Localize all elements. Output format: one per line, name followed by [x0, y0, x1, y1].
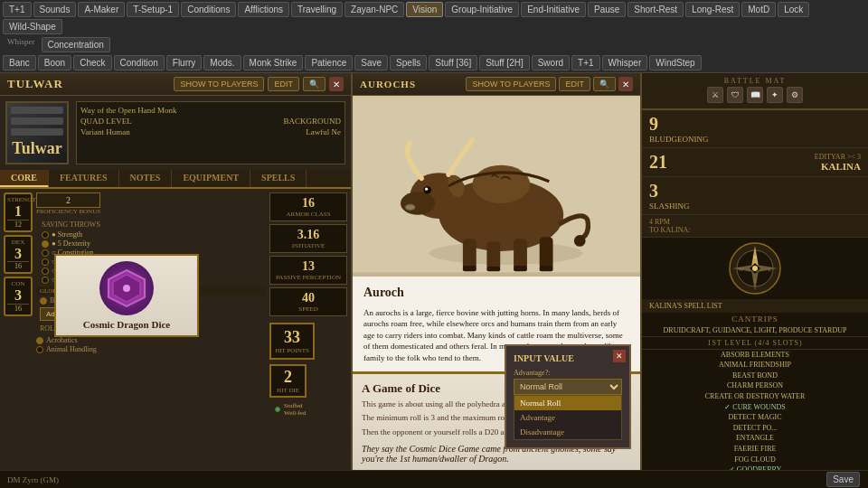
nav-conditions[interactable]: Conditions — [181, 2, 236, 17]
strength-stat[interactable]: STRENGTH 1 12 — [4, 192, 33, 232]
nav-tsetup[interactable]: T-Setup-1 — [127, 2, 179, 17]
constitution-stat[interactable]: CON 3 16 — [4, 277, 33, 316]
nav-pause[interactable]: Pause — [588, 2, 626, 17]
prof-bonus-value: 2 — [36, 192, 100, 208]
nav-lock[interactable]: Lock — [778, 2, 809, 17]
show-to-players-btn[interactable]: SHOW TO PLAYERS — [174, 77, 264, 91]
hit-die-box[interactable]: 2 HIT DIE — [269, 364, 307, 398]
nav-save[interactable]: Save — [354, 55, 388, 70]
tab-features[interactable]: FEATURES — [49, 170, 119, 187]
hp-box[interactable]: 33 HIT POINTS — [269, 323, 315, 360]
nav-zayan[interactable]: Zayan-NPC — [344, 2, 404, 17]
show-creature-btn[interactable]: SHOW TO PLAYERS — [466, 77, 556, 91]
passive-perception-box[interactable]: 13 PASSIVE PERCEPTION — [269, 256, 347, 285]
nav-sounds[interactable]: Sounds — [33, 2, 77, 17]
svg-point-10 — [425, 188, 428, 191]
icon-2[interactable]: 🛡 — [727, 87, 743, 103]
speed-label: SPEED — [276, 305, 341, 313]
passive-perception-label: PASSIVE PERCEPTION — [276, 274, 341, 281]
nav-stuff2h[interactable]: Stuff [2H] — [479, 55, 530, 70]
close-left-panel-btn[interactable]: ✕ — [329, 77, 344, 91]
nav-afflictions[interactable]: Afflictions — [238, 2, 289, 17]
nav-short-rest[interactable]: Short-Rest — [627, 2, 684, 17]
armor-class-box[interactable]: 16 ARMOR CLASS — [269, 192, 347, 221]
nav-stuff36[interactable]: Stuff [36] — [429, 55, 477, 70]
svg-rect-18 — [486, 267, 500, 271]
save-label-dex: ● 5 Dexterity — [52, 239, 90, 248]
advantage-select[interactable]: Normal Roll — [514, 379, 622, 395]
nav-mods[interactable]: Mods. — [203, 55, 241, 70]
search-creature-btn[interactable]: 🔍 — [593, 77, 616, 91]
tab-core[interactable]: CORE — [0, 170, 49, 187]
svg-rect-14 — [486, 241, 500, 270]
nav-end-initiative[interactable]: End-Initiative — [521, 2, 586, 17]
bludgeoning-number: 9 — [649, 114, 658, 134]
nav-banc[interactable]: Banc — [3, 55, 36, 70]
creature-title: AUROCHS — [360, 79, 416, 89]
nav-whisper[interactable]: Whisper — [602, 55, 648, 70]
icon-5[interactable]: ⚙ — [787, 87, 803, 103]
prof-bonus-box: 2 PROFICIENCY BONUS — [36, 192, 100, 215]
save-btn[interactable]: Save — [826, 472, 860, 487]
nav-spells[interactable]: Spells — [390, 55, 427, 70]
hit-die-value: 2 — [277, 368, 299, 387]
nav-amaker[interactable]: A-Maker — [78, 2, 125, 17]
nav-condition[interactable]: Condition — [114, 55, 165, 70]
race-row: Variant Human Lawful Ne — [80, 127, 341, 136]
portrait-name: Tulwar — [11, 139, 63, 158]
kalina-info: EDITYAR >< 3 KALINA — [815, 153, 861, 172]
icon-1[interactable]: ⚔ — [707, 87, 723, 103]
option-advantage[interactable]: Advantage — [514, 410, 621, 425]
slashing-type: SLASHING — [649, 202, 690, 211]
nav-patience[interactable]: Patience — [305, 55, 353, 70]
hit-die-label: HIT DIE — [277, 387, 299, 394]
spell-create-water: CREATE OR DESTROY WATER — [642, 391, 868, 402]
nav-sword[interactable]: Sword — [532, 55, 570, 70]
nav-t1-2[interactable]: T+1 — [571, 55, 600, 70]
nav-monk-strike[interactable]: Monk Strike — [243, 55, 304, 70]
whisper-label: Whisper — [2, 36, 41, 53]
speed-box[interactable]: 40 SPEED — [269, 287, 347, 316]
close-input-popup-btn[interactable]: ✕ — [613, 350, 626, 362]
skill-label-animal: Animal Handling — [46, 345, 97, 353]
svg-point-28 — [752, 266, 758, 271]
prof-saves-row: 2 PROFICIENCY BONUS — [36, 192, 266, 215]
damage-number-3: 3 SLASHING — [649, 181, 690, 211]
char-name: TULWAR — [7, 77, 63, 91]
char-portrait: Tulwar — [5, 101, 69, 164]
tab-equipment[interactable]: EQUIPMENT — [172, 170, 250, 187]
nav-motd[interactable]: MotD — [741, 2, 776, 17]
spell-animal-friendship: ANIMAL FRIENDSHIP — [642, 360, 868, 371]
tab-spells[interactable]: SPELLS — [250, 170, 307, 187]
edit-char-btn[interactable]: EDIT — [268, 77, 299, 91]
nav-travelling[interactable]: Travelling — [291, 2, 343, 17]
tab-notes[interactable]: NOTES — [119, 170, 173, 187]
dexterity-label: DEX — [7, 239, 29, 246]
portrait-line1 — [11, 107, 63, 114]
nav-flurry[interactable]: Flurry — [166, 55, 203, 70]
cosmic-dice-popup: Cosmic Dragon Dice — [54, 254, 199, 337]
damage-entry-3: 3 SLASHING — [642, 177, 868, 215]
armor-class-label: ARMOR CLASS — [276, 211, 341, 218]
nav-windstep[interactable]: WindStep — [649, 55, 701, 70]
option-disadvantage[interactable]: Disadvantage — [514, 425, 621, 439]
nav-t1[interactable]: T+1 — [3, 2, 32, 17]
close-mid-panel-btn[interactable]: ✕ — [618, 77, 633, 91]
bless-dot — [40, 297, 47, 305]
nav-boon[interactable]: Boon — [38, 55, 71, 70]
option-normal-roll[interactable]: Normal Roll — [514, 396, 621, 410]
icon-4[interactable]: ✦ — [767, 87, 783, 103]
damage-entry-1: 9 BLUDGEONING — [642, 110, 868, 148]
nav-wild-shape[interactable]: Wild-Shape — [3, 19, 62, 34]
battle-mat-title: BATTLE MAT — [646, 77, 864, 85]
nav-group-initiative[interactable]: Group-Initiative — [445, 2, 519, 17]
edit-creature-btn[interactable]: EDIT — [559, 77, 590, 91]
nav-concentration[interactable]: Concentration — [42, 37, 110, 52]
dexterity-stat[interactable]: DEX 3 16 — [4, 235, 33, 275]
nav-check[interactable]: Check — [73, 55, 111, 70]
nav-long-rest[interactable]: Long-Rest — [685, 2, 740, 17]
initiative-box[interactable]: 3.16 INITIATIVE — [269, 224, 347, 253]
icon-3[interactable]: 📖 — [747, 87, 763, 103]
nav-vision[interactable]: Vision — [406, 2, 443, 17]
search-char-btn[interactable]: 🔍 — [303, 77, 326, 91]
